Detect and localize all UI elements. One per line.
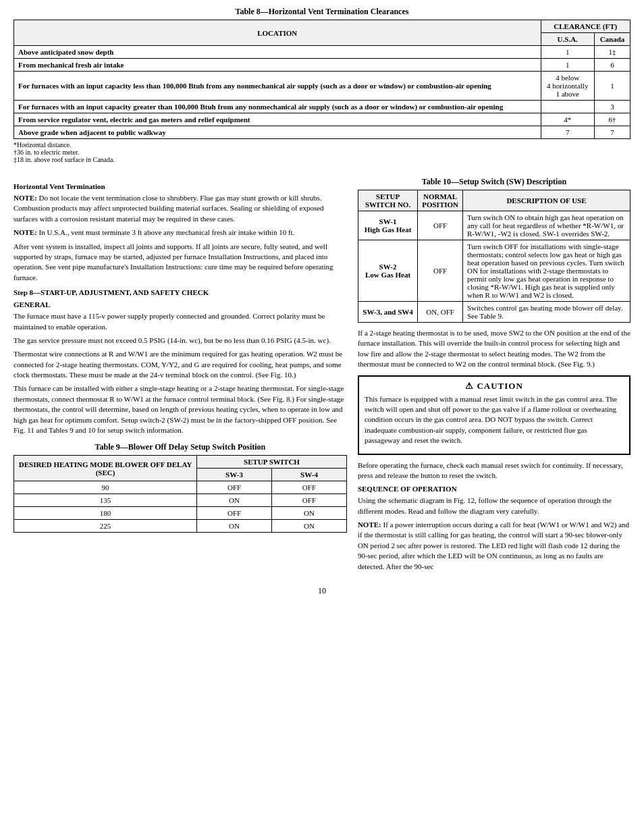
- table9-col2-header: SETUP SWITCH: [197, 456, 347, 469]
- table9-row-0-sw4: OFF: [272, 481, 347, 494]
- step-heading: Step 8—START-UP, ADJUSTMENT, AND SAFETY …: [14, 288, 347, 296]
- right-para1: If a 2-stage heating thermostat is to be…: [358, 328, 630, 370]
- table8-usa-header: U.S.A.: [541, 33, 594, 46]
- table9-container: Table 9—Blower Off Delay Setup Switch Po…: [14, 442, 347, 533]
- note1-text: Do not locate the vent termination close…: [14, 194, 324, 223]
- table8-row-3-usa: [541, 101, 594, 113]
- note1: NOTE: Do not locate the vent termination…: [14, 193, 347, 224]
- page-container: Table 8—Horizontal Vent Termination Clea…: [14, 7, 630, 596]
- table10-row-0-switch: SW-1 High Gas Heat: [358, 211, 417, 240]
- para3: The gas service pressure must not exceed…: [14, 336, 347, 346]
- table8-canada-header: Canada: [594, 33, 630, 46]
- table9-row-2-sw4: ON: [272, 507, 347, 520]
- table8-location-header: LOCATION: [14, 20, 541, 46]
- table8-title: Table 8—Horizontal Vent Termination Clea…: [14, 7, 630, 17]
- table8-row-2-location: For furnaces with an input capacity less…: [14, 72, 541, 101]
- table8-clearance-header: CLEARANCE (FT): [541, 20, 630, 33]
- table8-row-0-usa: 1: [541, 46, 594, 59]
- sequence-note-label: NOTE:: [358, 520, 383, 529]
- para1: After vent system is installed, inspect …: [14, 242, 347, 284]
- general-heading: GENERAL: [14, 300, 347, 309]
- table8-row-5-location: Above grade when adjacent to public walk…: [14, 126, 541, 139]
- table10-row-2-description: Switches control gas heating mode blower…: [463, 302, 630, 323]
- table8-row-1-usa: 1: [541, 59, 594, 72]
- sequence-para1: Using the schematic diagram in Fig. 12, …: [358, 496, 630, 516]
- sequence-heading: SEQUENCE OF OPERATION: [358, 485, 630, 493]
- note2: NOTE: In U.S.A., vent must terminate 3 f…: [14, 228, 347, 238]
- table9-row-1-delay: 135: [14, 494, 197, 507]
- table9-row-0-sw3: OFF: [197, 481, 272, 494]
- table8-row-2-canada: 1: [594, 72, 630, 101]
- footnote3: ‡18 in. above roof surface in Canada.: [14, 156, 630, 163]
- table10-position-header: NORMAL POSITION: [418, 190, 463, 211]
- para4: Thermostat wire connections at R and W/W…: [14, 349, 347, 380]
- table8-row-3-location: For furnaces with an input capacity grea…: [14, 101, 541, 113]
- horiz-vent-heading: Horizontal Vent Termination: [14, 182, 347, 190]
- table9-row-2-sw3: OFF: [197, 507, 272, 520]
- before-operating: Before operating the furnace, check each…: [358, 460, 630, 481]
- table8-row-2-usa: 4 below 4 horizontally 1 above: [541, 72, 594, 101]
- note2-label: NOTE:: [14, 228, 39, 236]
- para5: This furnace can be installed with eithe…: [14, 383, 347, 435]
- footnote1: *Horizontal distance.: [14, 141, 630, 149]
- table9: DESIRED HEATING MODE BLOWER OFF DELAY (S…: [14, 455, 347, 533]
- table10-switch-header: SETUP SWITCH NO.: [358, 190, 417, 211]
- two-col-section: Horizontal Vent Termination NOTE: Do not…: [14, 177, 630, 575]
- table9-sw4-header: SW-4: [272, 469, 347, 481]
- table9-row-0-delay: 90: [14, 481, 197, 494]
- page-number: 10: [14, 586, 630, 596]
- table10-row-2-switch: SW-3, and SW4: [358, 302, 417, 323]
- table8: LOCATION CLEARANCE (FT) U.S.A. Canada Ab…: [14, 20, 630, 139]
- right-column: Table 10—Setup Switch (SW) Description S…: [358, 177, 630, 575]
- sequence-section: SEQUENCE OF OPERATION Using the schemati…: [358, 485, 630, 572]
- table9-sw3-header: SW-3: [197, 469, 272, 481]
- table8-row-0-location: Above anticipated snow depth: [14, 46, 541, 59]
- caution-header: ⚠ CAUTION: [365, 381, 624, 392]
- table10-row-1-switch: SW-2 Low Gas Heat: [358, 240, 417, 302]
- table8-container: Table 8—Horizontal Vent Termination Clea…: [14, 7, 630, 163]
- table9-row-3-delay: 225: [14, 520, 197, 533]
- table9-title: Table 9—Blower Off Delay Setup Switch Po…: [14, 442, 347, 452]
- table9-row-3-sw4: ON: [272, 520, 347, 533]
- table8-row-1-canada: 6: [594, 59, 630, 72]
- table9-row-3-sw3: ON: [197, 520, 272, 533]
- table10-row-0-description: Turn switch ON to obtain high gas heat o…: [463, 211, 630, 240]
- table10-container: Table 10—Setup Switch (SW) Description S…: [358, 177, 630, 323]
- table10-row-1-description: Turn switch OFF for installations with s…: [463, 240, 630, 302]
- footnote2: †36 in. to electric meter.: [14, 149, 630, 156]
- sequence-note: NOTE: If a power interruption occurs dur…: [358, 520, 630, 572]
- sequence-note-text: If a power interruption occurs during a …: [358, 520, 629, 570]
- caution-text: This furnace is equipped with a manual r…: [365, 394, 624, 446]
- table10-title: Table 10—Setup Switch (SW) Description: [358, 177, 630, 187]
- table10-row-1-position: OFF: [418, 240, 463, 302]
- table8-row-0-canada: 1‡: [594, 46, 630, 59]
- table8-row-4-canada: 6†: [594, 113, 630, 126]
- table8-footnotes: *Horizontal distance. †36 in. to electri…: [14, 141, 630, 163]
- table8-row-3-canada: 3: [594, 101, 630, 113]
- para2: The furnace must have a 115-v power supp…: [14, 311, 347, 332]
- left-column: Horizontal Vent Termination NOTE: Do not…: [14, 177, 347, 575]
- table8-row-5-canada: 7: [594, 126, 630, 139]
- note2-text: In U.S.A., vent must terminate 3 ft abov…: [39, 228, 295, 236]
- table8-row-1-location: From mechanical fresh air intake: [14, 59, 541, 72]
- table9-col1-header: DESIRED HEATING MODE BLOWER OFF DELAY (S…: [14, 456, 197, 481]
- table9-row-1-sw4: OFF: [272, 494, 347, 507]
- table10: SETUP SWITCH NO. NORMAL POSITION DESCRIP…: [358, 190, 630, 323]
- table8-row-4-usa: 4*: [541, 113, 594, 126]
- table10-description-header: DESCRIPTION OF USE: [463, 190, 630, 211]
- caution-box: ⚠ CAUTION This furnace is equipped with …: [358, 375, 630, 455]
- table9-row-1-sw3: ON: [197, 494, 272, 507]
- table10-row-0-position: OFF: [418, 211, 463, 240]
- table8-row-4-location: From service regulator vent, electric an…: [14, 113, 541, 126]
- note1-label: NOTE:: [14, 194, 39, 202]
- table10-row-2-position: ON, OFF: [418, 302, 463, 323]
- table9-row-2-delay: 180: [14, 507, 197, 520]
- table8-row-5-usa: 7: [541, 126, 594, 139]
